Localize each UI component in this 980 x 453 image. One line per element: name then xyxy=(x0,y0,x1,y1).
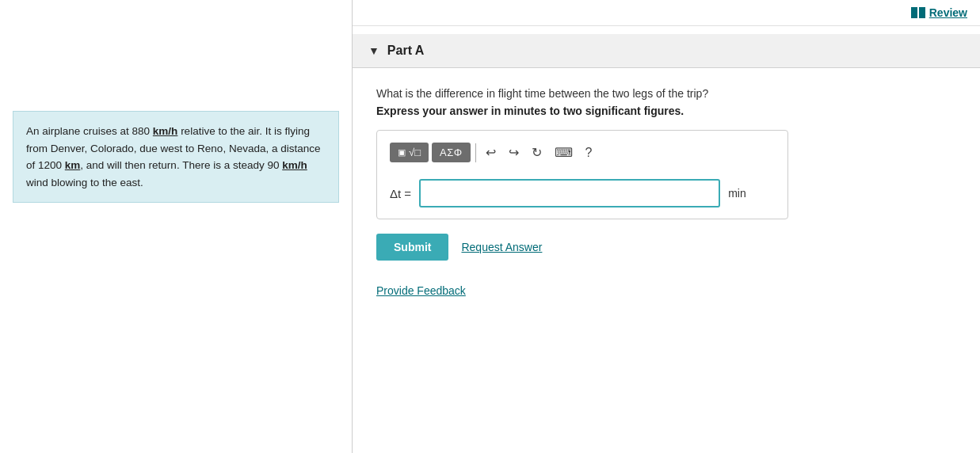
question-text: What is the difference in flight time be… xyxy=(376,87,956,100)
delta-label: Δt = xyxy=(390,187,411,200)
answer-input[interactable] xyxy=(419,179,720,207)
undo-button[interactable]: ↩ xyxy=(481,142,501,163)
input-row: Δt = min xyxy=(390,179,775,207)
top-bar: Review xyxy=(353,0,980,26)
part-a-title: Part A xyxy=(387,44,425,58)
bookmark-icon xyxy=(911,7,925,18)
math-template-button[interactable]: ▣ √□ xyxy=(390,143,429,162)
refresh-button[interactable]: ↻ xyxy=(527,142,547,163)
unit-km: km xyxy=(65,159,81,171)
help-icon: ? xyxy=(585,146,593,160)
redo-button[interactable]: ↪ xyxy=(504,142,524,163)
part-a-header[interactable]: ▼ Part A xyxy=(353,34,980,68)
keyboard-button[interactable]: ⌨ xyxy=(550,142,578,163)
help-button[interactable]: ? xyxy=(581,143,597,163)
provide-feedback-button[interactable]: Provide Feedback xyxy=(376,284,466,297)
review-label: Review xyxy=(929,6,967,19)
math-template-icon: ▣ xyxy=(398,147,406,158)
left-panel: An airplane cruises at 880 km/h relative… xyxy=(0,0,353,453)
submit-button[interactable]: Submit xyxy=(376,234,448,261)
unit-kmh-2: km/h xyxy=(282,159,307,171)
undo-icon: ↩ xyxy=(486,145,496,160)
collapse-arrow-icon[interactable]: ▼ xyxy=(368,44,379,57)
unit-label: min xyxy=(728,187,746,200)
right-panel: Review ▼ Part A What is the difference i… xyxy=(353,0,980,453)
math-template-label: √□ xyxy=(409,147,421,158)
toolbar-divider-1 xyxy=(475,143,476,162)
request-answer-button[interactable]: Request Answer xyxy=(461,241,542,253)
greek-symbols-button[interactable]: ΑΣΦ xyxy=(432,143,471,162)
question-instruction: Express your answer in minutes to two si… xyxy=(376,105,956,117)
greek-symbols-label: ΑΣΦ xyxy=(440,147,463,158)
unit-kmh-1: km/h xyxy=(153,125,178,137)
review-link[interactable]: Review xyxy=(911,6,967,19)
math-toolbar: ▣ √□ ΑΣΦ ↩ ↪ ↻ xyxy=(390,142,775,169)
problem-statement: An airplane cruises at 880 km/h relative… xyxy=(13,111,339,203)
answer-box: ▣ √□ ΑΣΦ ↩ ↪ ↻ xyxy=(376,130,788,219)
content-area: What is the difference in flight time be… xyxy=(353,68,980,316)
redo-icon: ↪ xyxy=(509,145,519,160)
keyboard-icon: ⌨ xyxy=(555,145,573,160)
refresh-icon: ↻ xyxy=(532,145,542,160)
buttons-row: Submit Request Answer xyxy=(376,234,956,261)
